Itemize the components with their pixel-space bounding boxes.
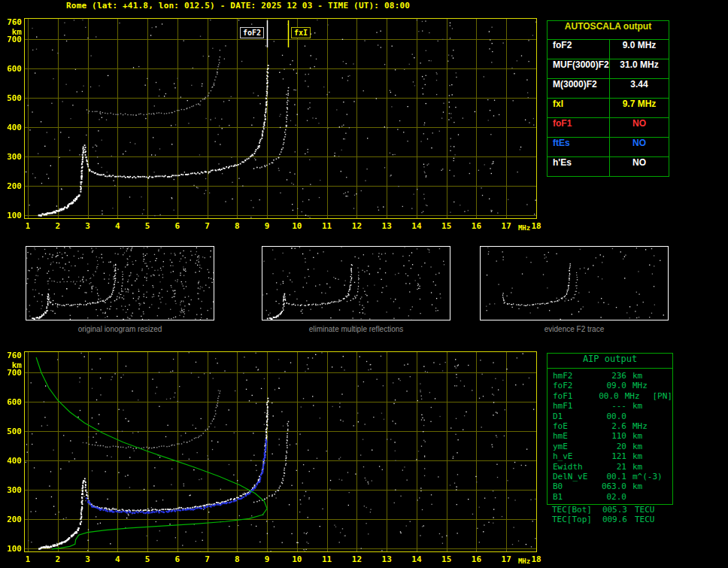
x-axis-tick: 13: [380, 554, 393, 564]
y-axis-tick: 600: [2, 64, 22, 74]
aip-unit: m^(-3): [626, 472, 655, 481]
aip-output-table: AIP output hmF2236kmfoF209.0MHzfoF100.0M…: [547, 353, 673, 505]
y-axis-tick: 500: [2, 427, 22, 436]
aip-note: [655, 401, 672, 411]
y-axis-tick: 400: [2, 123, 22, 132]
y-axis-tick: 760: [2, 351, 22, 360]
aip-unit: MHz: [619, 391, 645, 401]
aip-value: 063.0: [598, 481, 626, 491]
tec-unit: TECU: [627, 515, 655, 524]
aip-note: [655, 431, 672, 441]
aip-unit: MHz: [626, 381, 655, 390]
aip-table-title: AIP output: [548, 354, 672, 369]
panel-caption-original: original ionogram resized: [26, 325, 214, 333]
tec-value: 005.3: [597, 505, 627, 515]
x-axis-tick: 7: [201, 554, 214, 564]
top-ionogram-canvas: [25, 19, 536, 218]
x-axis-tick: 3: [81, 554, 95, 564]
y-axis-tick: 700: [2, 368, 22, 378]
aip-unit: km: [626, 462, 655, 472]
x-axis-tick: 15: [440, 554, 453, 564]
panel-original-canvas: [26, 247, 214, 320]
autoscala-row: h'EsNO: [548, 157, 669, 176]
panel-no-multiples-canvas: [262, 247, 450, 320]
aip-value: 00.1: [598, 472, 626, 481]
aip-param: hmF1: [548, 401, 598, 411]
aip-param: foE: [548, 421, 598, 431]
y-axis-tick: 200: [2, 515, 22, 524]
aip-note: [655, 421, 672, 431]
tec-param: TEC[Bot]: [547, 505, 597, 515]
aip-param: DelN_vE: [548, 472, 598, 481]
autoscala-param: M(3000)F2: [548, 79, 610, 98]
y-axis-tick: 400: [2, 456, 22, 466]
aip-value: 110: [598, 431, 626, 441]
x-axis-unit-label: MHz: [513, 224, 535, 232]
aip-row: ymE20km: [548, 442, 672, 451]
x-axis-tick: 3: [81, 221, 95, 231]
aip-row: hmE110km: [548, 431, 672, 441]
x-axis-tick: 9: [260, 221, 274, 231]
y-axis-tick: 600: [2, 397, 22, 407]
x-axis-tick: 11: [320, 554, 334, 564]
x-axis-tick: 12: [350, 554, 363, 564]
aip-param: foF1: [548, 391, 593, 401]
aip-param: Ewidth: [548, 462, 598, 472]
x-axis-tick: 5: [141, 221, 154, 231]
y-axis-tick: 700: [2, 35, 22, 44]
x-axis-tick: 10: [290, 221, 304, 231]
x-axis-tick: 9: [260, 554, 274, 564]
aip-note: [655, 371, 672, 381]
aip-note: [655, 381, 672, 390]
autoscala-row: foF1NO: [548, 118, 669, 138]
aip-value: 21: [598, 462, 626, 472]
aip-param: D1: [548, 412, 598, 421]
y-axis-tick: 300: [2, 152, 22, 162]
x-axis-tick: 8: [230, 554, 244, 564]
panel-f2-trace-canvas: [481, 247, 668, 320]
aip-value: 20: [598, 442, 626, 451]
bottom-ionogram-plot: 760km70060050040030020010012345678910111…: [24, 351, 537, 552]
aip-row: hmF2236km: [548, 371, 672, 381]
x-axis-tick: 14: [410, 554, 423, 564]
x-axis-tick: 14: [410, 221, 423, 231]
autoscala-value: 9.0 MHz: [610, 40, 669, 59]
aip-note: [PN]: [645, 391, 672, 401]
x-axis-tick: 16: [469, 221, 483, 231]
aip-note: [655, 451, 672, 461]
tec-value: 009.6: [597, 515, 627, 524]
y-axis-tick: 760: [2, 17, 22, 27]
aip-row: Ewidth21km: [548, 462, 672, 472]
aip-note: [655, 442, 672, 451]
aip-value: 00.0: [598, 412, 626, 421]
aip-value: 09.0: [598, 381, 626, 390]
autoscala-value: 31.0 MHz: [610, 59, 669, 78]
tec-row: TEC[Bot]005.3TECU: [547, 505, 673, 515]
processing-panel-f2-trace: [480, 246, 669, 320]
aip-unit: km: [626, 371, 655, 381]
autoscala-row: MUF(3000)F231.0 MHz: [548, 59, 669, 79]
aip-param: ymE: [548, 442, 598, 451]
aip-value: 236: [598, 371, 626, 381]
aip-note: [655, 412, 672, 421]
autoscala-table-title: AUTOSCALA output: [548, 21, 669, 40]
x-axis-unit-label: MHz: [513, 557, 535, 565]
x-axis-tick: 2: [51, 221, 65, 231]
foF2-annotation-label: foF2: [240, 27, 264, 38]
aip-row: B102.0: [548, 492, 672, 502]
aip-row: foF100.0MHz[PN]: [548, 391, 672, 401]
autoscala-param: foF1: [548, 118, 610, 137]
bottom-ionogram-canvas: [25, 352, 536, 551]
tec-param: TEC[Top]: [547, 515, 597, 524]
tec-row: TEC[Top]009.6TECU: [547, 515, 673, 524]
aip-row: DelN_vE00.1m^(-3): [548, 472, 672, 481]
aip-unit: MHz: [626, 421, 655, 431]
aip-unit: km: [626, 401, 655, 411]
x-axis-tick: 4: [111, 554, 124, 564]
autoscala-param: fxI: [548, 99, 610, 117]
x-axis-tick: 11: [320, 221, 334, 231]
autoscala-param: foF2: [548, 40, 610, 59]
y-axis-tick: 200: [2, 181, 22, 191]
autoscala-row: fxI9.7 MHz: [548, 99, 669, 118]
aip-row: foF209.0MHz: [548, 381, 672, 390]
